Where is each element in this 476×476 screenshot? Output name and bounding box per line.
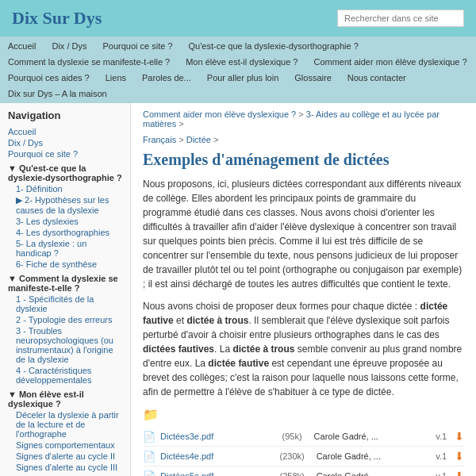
- file-name[interactable]: Dictées3e.pdf: [160, 432, 282, 441]
- file-size: (230k): [279, 451, 304, 461]
- bold-text: dictée à trous: [232, 344, 294, 355]
- bold-text: dictée à trous: [186, 315, 248, 326]
- nav-item[interactable]: Nous contacter: [340, 70, 414, 86]
- file-author: Carole Gadré, ...: [314, 432, 436, 441]
- nav-item[interactable]: Dix / Dys: [44, 38, 94, 54]
- sidebar: Navigation AccueilDix / DysPourquoi ce s…: [0, 103, 131, 476]
- nav-item[interactable]: Pourquoi ce site ?: [94, 38, 180, 54]
- nav-item[interactable]: Pour aller plus loin: [199, 70, 287, 86]
- sidebar-link[interactable]: 6- Fiche de synthèse: [8, 259, 122, 270]
- file-version: v.1: [436, 471, 447, 476]
- breadcrumb-separator: >: [176, 135, 186, 144]
- file-pdf-icon: 📄: [143, 451, 155, 463]
- sidebar-link[interactable]: Accueil: [8, 126, 122, 137]
- sidebar-link[interactable]: ▼ Qu'est-ce que la dyslexie-dysorthograp…: [8, 163, 122, 183]
- breadcrumb-second: Français > Dictée >: [143, 135, 464, 144]
- breadcrumb-separator: >: [176, 119, 183, 129]
- sidebar-link[interactable]: ▼ Comment la dyslexie se manifeste-t-ell…: [8, 273, 122, 294]
- file-download-icon[interactable]: ⬇: [455, 450, 464, 463]
- site-title[interactable]: Dix Sur Dys: [12, 8, 102, 29]
- file-size: (95k): [282, 432, 302, 441]
- breadcrumb-separator: >: [296, 109, 306, 119]
- breadcrumb-link[interactable]: Comment aider mon élève dyslexique ?: [143, 109, 296, 119]
- normal-text: . La: [214, 344, 232, 355]
- file-pdf-icon: 📄: [143, 470, 155, 477]
- sidebar-link[interactable]: Signes d'alerte au cycle III: [8, 462, 122, 473]
- file-download-icon[interactable]: ⬇: [455, 430, 464, 443]
- file-author: Carole Gadré, ...: [317, 471, 436, 476]
- sidebar-items: AccueilDix / DysPourquoi ce site ?▼ Qu'e…: [8, 126, 122, 476]
- sidebar-link[interactable]: 4 - Caractéristiques développementales: [8, 365, 122, 386]
- sidebar-link[interactable]: 4- Les dysorthographies: [8, 227, 122, 238]
- top-navigation: AccueilDix / DysPourquoi ce site ?Qu'est…: [0, 36, 476, 103]
- breadcrumb: Comment aider mon élève dyslexique ? > 3…: [143, 109, 464, 129]
- nav-item[interactable]: Mon élève est-il dyslexique ?: [178, 54, 305, 70]
- files-section: 📁 📄 Dictées3e.pdf (95k) Carole Gadré, ..…: [143, 407, 464, 476]
- nav-item[interactable]: Qu'est-ce que la dyslexie-dysorthographi…: [181, 38, 367, 54]
- bold-text: dictées fautives: [143, 344, 214, 355]
- search-input[interactable]: [337, 10, 464, 27]
- sidebar-link[interactable]: 3 - Troubles neuropsychologiques (ou ins…: [8, 325, 122, 365]
- sidebar-link[interactable]: Déceler la dyslexie à partir de la lectu…: [8, 409, 122, 440]
- file-version: v.1: [436, 451, 447, 461]
- sidebar-link[interactable]: ▶ 2- Hypothèses sur les causes de la dys…: [8, 194, 122, 216]
- sidebar-link[interactable]: 2 - Typologie des erreurs: [8, 314, 122, 325]
- file-author: Carole Gadré, ...: [317, 451, 436, 461]
- content-paragraph1: Nous proposons, ici, plusieurs dictées c…: [143, 177, 464, 291]
- sidebar-link[interactable]: ▼ Mon élève est-il dyslexique ?: [8, 389, 122, 409]
- file-name[interactable]: Dictées4e.pdf: [160, 451, 279, 461]
- sidebar-link[interactable]: Pourquoi ce site ?: [8, 148, 122, 159]
- nav-item[interactable]: Comment aider mon élève dyslexique ?: [305, 54, 474, 70]
- nav-item[interactable]: Comment la dyslexie se manifeste-t-elle …: [0, 54, 178, 70]
- bold-text: dictée fautive: [208, 358, 269, 369]
- main-content: Comment aider mon élève dyslexique ? > 3…: [131, 103, 476, 476]
- sidebar-link[interactable]: Dix / Dys: [8, 137, 122, 148]
- folder-icon: 📁: [143, 407, 464, 422]
- nav-item[interactable]: Dix sur Dys – A la maison: [0, 86, 115, 102]
- nav-item[interactable]: Pourquoi ces aides ?: [0, 70, 98, 86]
- sidebar-link[interactable]: 1 - Spécificités de la dyslexie: [8, 294, 122, 314]
- breadcrumb-link[interactable]: Français: [143, 135, 176, 144]
- file-pdf-icon: 📄: [143, 431, 155, 443]
- sidebar-link[interactable]: 3- Les dyslexies: [8, 216, 122, 227]
- nav-item[interactable]: Accueil: [0, 38, 44, 54]
- file-version: v.1: [436, 432, 447, 441]
- normal-text: Nous avons choisi de proposer deux forme…: [143, 301, 420, 312]
- sidebar-link[interactable]: 5- La dyslexie : un handicap ?: [8, 238, 122, 259]
- sidebar-link[interactable]: Signes comportementaux: [8, 440, 122, 451]
- file-row: 📄 Dictées5e.pdf (258k) Carole Gadré, ...…: [143, 466, 464, 476]
- site-header: Dix Sur Dys: [0, 0, 476, 36]
- file-row: 📄 Dictées4e.pdf (230k) Carole Gadré, ...…: [143, 447, 464, 466]
- nav-item[interactable]: Liens: [98, 70, 134, 86]
- file-row: 📄 Dictées3e.pdf (95k) Carole Gadré, ... …: [143, 427, 464, 447]
- breadcrumb-separator: >: [211, 135, 218, 144]
- file-size: (258k): [279, 471, 304, 476]
- file-name[interactable]: Dictées5e.pdf: [160, 471, 279, 476]
- files-list: 📄 Dictées3e.pdf (95k) Carole Gadré, ... …: [143, 427, 464, 476]
- content-paragraph2: Nous avons choisi de proposer deux forme…: [143, 299, 464, 399]
- page-title: Exemples d'aménagement de dictées: [143, 151, 464, 169]
- file-download-icon[interactable]: ⬇: [455, 470, 464, 476]
- sidebar-link[interactable]: Signes d'alerte au cycle II: [8, 451, 122, 462]
- page-layout: Navigation AccueilDix / DysPourquoi ce s…: [0, 103, 476, 476]
- sidebar-title: Navigation: [8, 109, 122, 121]
- breadcrumb-link[interactable]: Dictée: [186, 135, 211, 144]
- sidebar-link[interactable]: 1- Définition: [8, 183, 122, 194]
- normal-text: et: [174, 315, 187, 326]
- nav-item[interactable]: Glossaire: [286, 70, 339, 86]
- nav-item[interactable]: Paroles de...: [134, 70, 199, 86]
